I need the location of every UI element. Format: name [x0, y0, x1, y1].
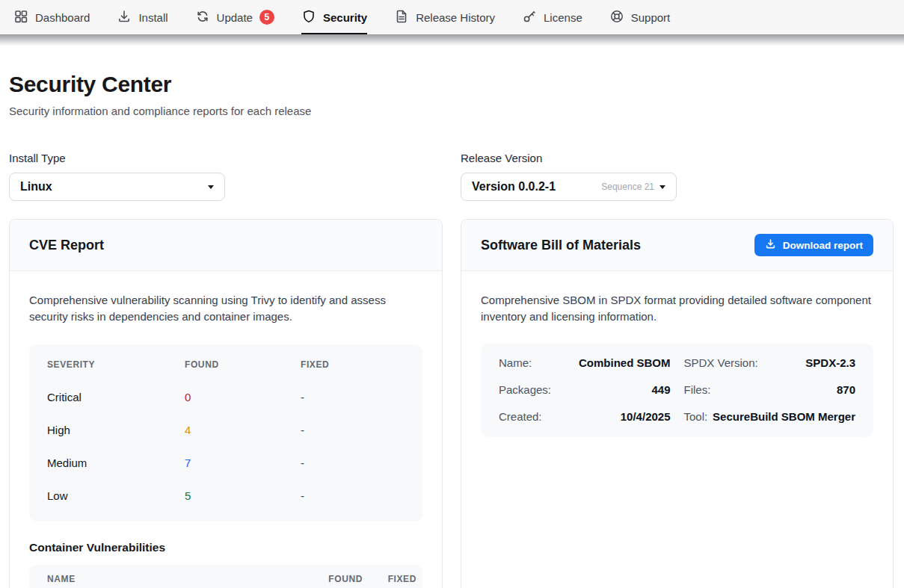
sbom-card-header: Software Bill of Materials Download repo…	[461, 220, 893, 271]
container-vulnerabilities-header: NAME FOUND FIXED	[29, 565, 422, 588]
nav-item-install[interactable]: Install	[117, 0, 167, 34]
found-count: 7	[185, 457, 301, 469]
column-header-fixed: FIXED	[363, 574, 416, 584]
key-icon	[522, 9, 537, 26]
table-row-high: High 4 -	[29, 414, 422, 447]
chevron-down-icon	[659, 185, 665, 189]
nav-item-update[interactable]: Update 5	[195, 0, 274, 34]
column-header-found: FOUND	[185, 359, 301, 370]
cve-card-title: CVE Report	[29, 238, 104, 253]
cve-description: Comprehensive vulnerability scanning usi…	[29, 292, 422, 325]
install-type-select[interactable]: Linux	[9, 173, 225, 201]
fixed-count: -	[301, 424, 405, 436]
sbom-detail-name: Name: Combined SBOM	[499, 356, 671, 369]
sbom-detail-spdx-version: SPDX Version: SPDX-2.3	[684, 356, 856, 369]
cve-card-header: CVE Report	[10, 220, 442, 271]
document-icon	[394, 9, 409, 26]
nav-scroll-shadow	[0, 34, 904, 46]
column-header-severity: SEVERITY	[47, 359, 185, 370]
top-nav: Dashboard Install Update 5 Security Rele…	[0, 0, 904, 34]
page-subtitle: Security information and compliance repo…	[9, 105, 894, 117]
sbom-card: Software Bill of Materials Download repo…	[461, 219, 894, 588]
sbom-detail-tool: Tool: SecureBuild SBOM Merger	[684, 410, 856, 423]
release-version-value: Version 0.0.2-1	[472, 180, 556, 194]
install-type-field: Install Type Linux	[9, 152, 443, 201]
found-count: 0	[185, 391, 301, 403]
nav-label: Release History	[416, 11, 495, 24]
container-vulnerabilities-title: Container Vulnerabilities	[29, 541, 422, 554]
sbom-description: Comprehensive SBOM in SPDX format provid…	[481, 292, 873, 325]
severity-table: SEVERITY FOUND FIXED Critical 0 - High 4…	[29, 344, 422, 522]
download-icon	[117, 9, 132, 26]
release-version-label: Release Version	[461, 152, 894, 164]
nav-item-dashboard[interactable]: Dashboard	[13, 0, 90, 34]
nav-item-support[interactable]: Support	[609, 0, 671, 34]
release-version-select[interactable]: Version 0.0.2-1 Sequence 21	[461, 173, 677, 201]
severity-table-header: SEVERITY FOUND FIXED	[29, 359, 422, 370]
shield-icon	[301, 9, 316, 26]
table-row-low: Low 5 -	[29, 480, 422, 513]
fixed-count: -	[301, 391, 405, 403]
column-header-fixed: FIXED	[301, 359, 405, 370]
download-report-label: Download report	[783, 240, 863, 251]
nav-item-license[interactable]: License	[522, 0, 582, 34]
nav-label: Update	[217, 11, 253, 24]
table-row-medium: Medium 7 -	[29, 447, 422, 480]
refresh-icon	[195, 9, 210, 26]
fixed-count: -	[301, 489, 405, 502]
table-row-critical: Critical 0 -	[29, 381, 422, 414]
nav-label: License	[544, 11, 582, 24]
sbom-detail-packages: Packages: 449	[499, 383, 671, 396]
nav-item-release-history[interactable]: Release History	[394, 0, 495, 34]
sbom-card-title: Software Bill of Materials	[481, 238, 641, 253]
severity-label: Low	[47, 489, 185, 502]
install-type-value: Linux	[20, 180, 52, 194]
sbom-detail-files: Files: 870	[684, 383, 856, 396]
severity-label: Medium	[47, 457, 185, 469]
nav-label: Install	[138, 11, 167, 24]
column-header-name: NAME	[47, 574, 306, 584]
column-header-found: FOUND	[306, 574, 363, 584]
release-version-field: Release Version Version 0.0.2-1 Sequence…	[461, 152, 894, 201]
cve-report-card: CVE Report Comprehensive vulnerability s…	[9, 219, 443, 588]
sbom-details: Name: Combined SBOM SPDX Version: SPDX-2…	[481, 344, 873, 437]
download-report-button[interactable]: Download report	[754, 234, 873, 256]
severity-label: High	[47, 424, 185, 436]
severity-label: Critical	[47, 391, 185, 403]
life-buoy-icon	[609, 9, 624, 26]
nav-label: Support	[631, 11, 671, 24]
filters-row: Install Type Linux Release Version Versi…	[9, 152, 894, 201]
sequence-hint: Sequence 21	[601, 182, 654, 192]
update-count-badge: 5	[259, 10, 274, 25]
nav-label: Dashboard	[35, 11, 90, 24]
page-title: Security Center	[9, 72, 894, 97]
install-type-label: Install Type	[9, 152, 443, 164]
dashboard-icon	[13, 9, 28, 26]
download-icon	[765, 238, 776, 252]
found-count: 4	[185, 424, 301, 436]
fixed-count: -	[301, 457, 405, 469]
sbom-detail-created: Created: 10/4/2025	[499, 410, 671, 423]
chevron-down-icon	[208, 185, 214, 189]
found-count: 5	[185, 489, 301, 502]
nav-item-security[interactable]: Security	[301, 0, 367, 34]
nav-label: Security	[323, 11, 367, 24]
